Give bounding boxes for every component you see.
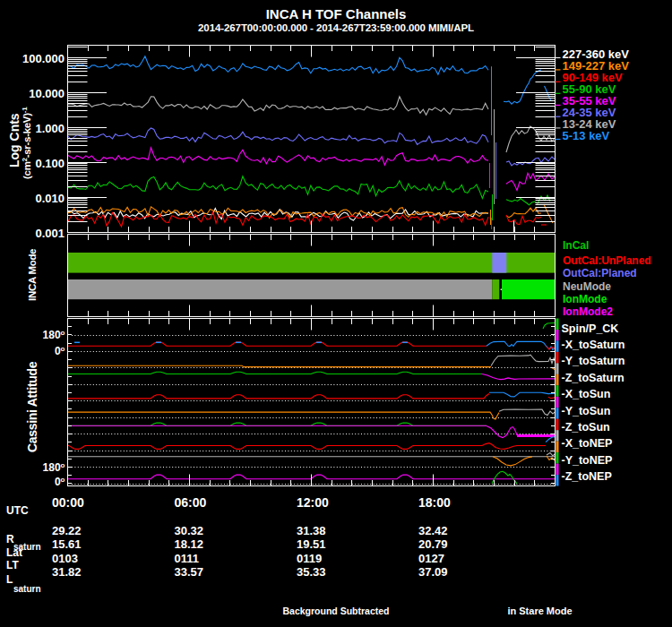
svg-text:-X_toSaturn: -X_toSaturn [562,339,625,351]
svg-text:OutCal:UnPlaned: OutCal:UnPlaned [563,254,651,267]
svg-text:31.38: 31.38 [297,524,326,537]
svg-text:35.33: 35.33 [297,565,326,579]
svg-text:saturn: saturn [13,584,41,594]
svg-text:37.09: 37.09 [418,565,448,579]
svg-text:LT: LT [6,559,19,571]
svg-text:0127: 0127 [418,552,444,565]
svg-text:0119: 0119 [297,552,322,565]
svg-text:-Y_toSaturn: -Y_toSaturn [562,355,625,367]
svg-text:1.000: 1.000 [35,122,65,135]
svg-text:in Stare Mode: in Stare Mode [507,606,572,616]
svg-text:Background Subtracted: Background Subtracted [282,606,389,616]
svg-text:IonMode2: IonMode2 [563,305,613,318]
svg-text:00:00: 00:00 [52,495,84,510]
svg-text:-Y_toNEP: -Y_toNEP [562,454,613,467]
svg-text:20.79: 20.79 [418,537,448,551]
svg-text:5-13 keV: 5-13 keV [563,129,610,142]
svg-text:33.57: 33.57 [175,565,204,579]
svg-text:06:00: 06:00 [175,495,207,510]
svg-text:Lat: Lat [6,546,22,559]
svg-text:30.32: 30.32 [175,524,204,537]
svg-text:10.000: 10.000 [29,87,65,100]
svg-text:31.82: 31.82 [52,565,82,579]
svg-text:Cassini Attitude: Cassini Attitude [25,361,39,452]
svg-text:INCA H TOF Channels: INCA H TOF Channels [266,6,407,21]
svg-text:29.22: 29.22 [52,524,82,537]
svg-text:NeuMode: NeuMode [563,280,611,293]
svg-text:-Z_toSun: -Z_toSun [562,421,610,434]
svg-text:0.001: 0.001 [35,227,65,240]
svg-text:InCal: InCal [563,239,589,252]
svg-text:INCA Mode: INCA Mode [27,249,38,301]
svg-text:(cm2-sr-s-keV)-1: (cm2-sr-s-keV)-1 [21,107,32,179]
svg-text:IonMode: IonMode [563,293,607,305]
svg-text:-Z_toSaturn: -Z_toSaturn [562,372,625,384]
svg-text:0.100: 0.100 [35,157,65,170]
svg-text:100.000: 100.000 [22,52,65,65]
svg-text:18.12: 18.12 [175,537,204,551]
svg-text:Spin/P_CK: Spin/P_CK [562,322,619,335]
svg-text:-Z_toNEP: -Z_toNEP [562,470,612,483]
svg-text:0111: 0111 [175,552,200,565]
svg-text:0103: 0103 [52,552,78,565]
svg-text:UTC: UTC [6,504,29,517]
svg-text:18:00: 18:00 [418,495,451,510]
svg-text:0.010: 0.010 [35,192,65,205]
svg-text:OutCal:Planed: OutCal:Planed [563,267,637,279]
svg-text:-Y_toSun: -Y_toSun [562,405,611,417]
svg-text:-X_toNEP: -X_toNEP [562,437,613,450]
svg-text:32.42: 32.42 [418,524,448,537]
svg-text:12:00: 12:00 [297,495,329,510]
svg-text:-X_toSun: -X_toSun [562,388,611,400]
svg-text:2014-267T00:00:00.000 - 2014-2: 2014-267T00:00:00.000 - 2014-267T23:59:0… [198,22,474,33]
svg-text:15.61: 15.61 [52,537,82,551]
svg-text:L: L [6,573,13,586]
svg-text:19.51: 19.51 [297,537,326,551]
svg-text:Log Cnts: Log Cnts [7,113,22,167]
